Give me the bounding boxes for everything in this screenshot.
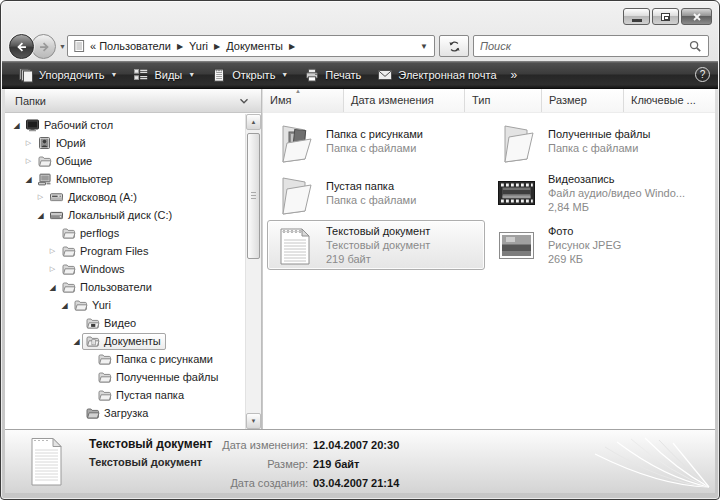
column-header-type[interactable]: Тип (465, 89, 542, 112)
details-pane: Текстовый документ Текстовый документ Да… (5, 429, 715, 493)
tree-item[interactable]: ◢Локальный диск (C:) (5, 206, 244, 224)
tree-node[interactable]: Загрузка (82, 405, 153, 422)
tree-item[interactable]: Видео (5, 314, 244, 332)
tree-item-label: Юрий (56, 137, 86, 149)
breadcrumb-documents[interactable]: Документы (225, 40, 284, 52)
close-button[interactable] (681, 8, 712, 25)
breadcrumb-separator-icon[interactable]: ▶ (172, 42, 188, 51)
column-header-name[interactable]: ▲ Имя (263, 89, 344, 112)
tree-node[interactable]: Документы (82, 333, 166, 350)
tree-node[interactable]: Пустая папка (94, 387, 189, 404)
tree-node[interactable]: Общие (34, 153, 97, 170)
open-label: Открыть (232, 69, 275, 81)
column-header-date-modified[interactable]: Дата изменения (344, 89, 465, 112)
email-button[interactable]: Электронная почта (369, 64, 504, 86)
breadcrumb-separator-icon[interactable]: ▶ (209, 42, 225, 51)
toolbar-overflow-button[interactable]: » (505, 68, 524, 82)
file-tile[interactable]: ФотоРисунок JPEG269 КБ (489, 220, 707, 270)
tree-node[interactable]: Дисковод (A:) (46, 189, 142, 206)
breadcrumb-overflow[interactable]: « (90, 40, 98, 52)
file-tile-text: Полученные файлыПапка с файлами (548, 117, 650, 165)
file-tile[interactable]: Пустая папкаПапка с файлами (267, 168, 485, 218)
tree-node[interactable]: Локальный диск (C:) (46, 207, 177, 224)
search-input[interactable] (474, 40, 688, 52)
tree-expander-icon[interactable]: ◢ (59, 301, 70, 310)
help-button[interactable]: ? (695, 67, 710, 82)
command-toolbar: Упорядочить ▼ Виды ▼ Открыть ▼ Печать Эл… (2, 61, 718, 89)
tree-item[interactable]: Полученные файлы (5, 368, 244, 386)
breadcrumb-users[interactable]: Пользователи (98, 40, 172, 52)
tree-node[interactable]: Папка с рисунками (94, 351, 218, 368)
tree-node[interactable]: Видео (82, 315, 141, 332)
file-name: Видеозапись (548, 172, 685, 186)
print-button[interactable]: Печать (296, 64, 369, 86)
minimize-button[interactable] (623, 8, 650, 25)
tree-item[interactable]: perflogs (5, 224, 244, 242)
tree-expander-icon[interactable]: ▷ (35, 193, 46, 201)
tree-node[interactable]: Полученные файлы (94, 369, 223, 386)
tree-item[interactable]: Папка с рисунками (5, 350, 244, 368)
tree-expander-icon[interactable]: ▷ (23, 157, 34, 165)
scroll-down-button[interactable]: ▼ (246, 413, 261, 429)
tree-item[interactable]: ▷Юрий (5, 134, 244, 152)
file-tile[interactable]: Полученные файлыПапка с файлами (489, 116, 707, 166)
file-type: Файл аудио/видео Windo... (548, 186, 685, 200)
tree-expander-icon[interactable]: ◢ (47, 283, 58, 292)
tree-expander-icon[interactable]: ◢ (35, 211, 46, 220)
file-tile-text: ВидеозаписьФайл аудио/видео Windo...2,84… (548, 169, 685, 217)
tree-node[interactable]: Yuri (70, 297, 116, 314)
organize-button[interactable]: Упорядочить ▼ (10, 64, 125, 86)
tree-expander-icon[interactable]: ◢ (11, 121, 22, 130)
text-icon (270, 221, 318, 269)
tree-node[interactable]: Пользователи (58, 279, 157, 296)
tree-item[interactable]: ▷Program Files (5, 242, 244, 260)
tree-node[interactable]: Program Files (58, 243, 153, 260)
tree-item[interactable]: Загрузка (5, 404, 244, 422)
tree-expander-icon[interactable]: ▷ (23, 139, 34, 147)
tree-expander-icon[interactable]: ▷ (47, 247, 58, 255)
tree-item[interactable]: ◢Рабочий стол (5, 116, 244, 134)
tree-item[interactable]: ▷Windows (5, 260, 244, 278)
tree-node[interactable]: Windows (58, 261, 130, 278)
views-button[interactable]: Виды ▼ (125, 64, 203, 86)
address-dropdown-icon[interactable]: ▼ (420, 42, 430, 51)
tree-item[interactable]: ▷Общие (5, 152, 244, 170)
file-tile-text: Пустая папкаПапка с файлами (326, 169, 416, 217)
address-bar[interactable]: « Пользователи ▶ Yuri ▶ Документы ▶ ▼ (67, 35, 435, 57)
file-tile[interactable]: Текстовый документТекстовый документ219 … (267, 220, 485, 270)
back-button[interactable] (9, 34, 34, 59)
refresh-button[interactable] (439, 35, 469, 57)
tree-item[interactable]: ◢Документы (5, 332, 244, 350)
file-tile[interactable]: ВидеозаписьФайл аудио/видео Windo...2,84… (489, 168, 707, 218)
file-tile[interactable]: Папка с рисункамиПапка с файлами (267, 116, 485, 166)
column-header-size[interactable]: Размер (542, 89, 624, 112)
tree-node[interactable]: perflogs (58, 225, 124, 242)
tree-node[interactable]: Юрий (34, 135, 91, 152)
breadcrumb-yuri[interactable]: Yuri (188, 40, 209, 52)
tree-node[interactable]: Компьютер (34, 171, 118, 188)
folders-header[interactable]: Папки (5, 89, 261, 113)
tree-item[interactable]: ◢Компьютер (5, 170, 244, 188)
tree-scrollbar[interactable]: ▲ ▼ (245, 114, 261, 429)
restore-button[interactable] (652, 8, 679, 25)
tree-item[interactable]: ▷Дисковод (A:) (5, 188, 244, 206)
column-header-keywords[interactable]: Ключевые ... (624, 89, 715, 112)
tree-node[interactable]: Рабочий стол (22, 117, 118, 134)
tree-item[interactable]: ◢Пользователи (5, 278, 244, 296)
file-name: Папка с рисунками (326, 127, 423, 141)
scrollbar-thumb[interactable] (247, 133, 260, 259)
recent-pages-dropdown[interactable]: ▼ (59, 43, 66, 50)
forward-button[interactable] (31, 34, 56, 59)
scroll-up-button[interactable]: ▲ (246, 114, 261, 130)
search-icon[interactable] (688, 39, 703, 54)
tree-item[interactable]: Пустая папка (5, 386, 244, 404)
tree-expander-icon[interactable]: ▷ (47, 265, 58, 273)
open-button[interactable]: Открыть ▼ (203, 64, 296, 86)
tree-expander-icon[interactable]: ◢ (23, 175, 34, 184)
collapse-chevron-icon[interactable] (237, 94, 251, 108)
size-value: 219 байт (313, 458, 359, 470)
breadcrumb-separator-icon[interactable]: ▶ (284, 42, 300, 51)
tree-item[interactable]: ◢Yuri (5, 296, 244, 314)
tree-expander-icon[interactable]: ◢ (71, 337, 82, 346)
folder-dark-icon (85, 406, 100, 420)
